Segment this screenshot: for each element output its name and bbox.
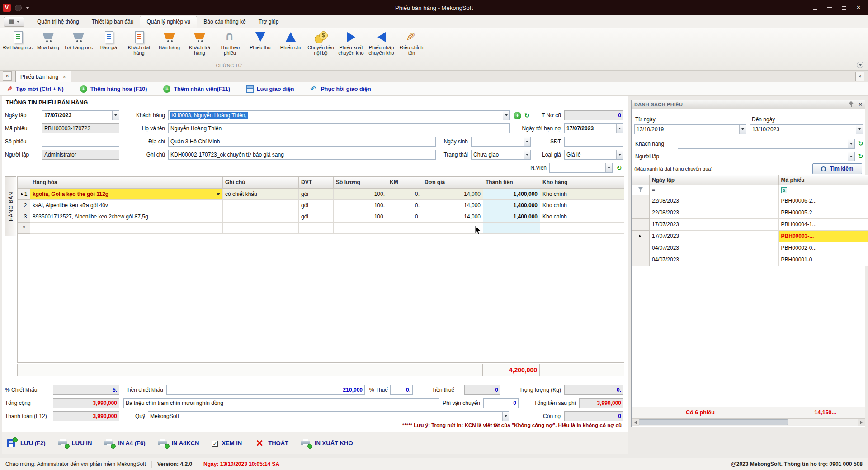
column-header[interactable]: Đơn giá	[422, 177, 483, 188]
ngay-lap-input[interactable]: 17/07/2023	[42, 110, 119, 120]
panel-refresh-customer-icon[interactable]	[857, 140, 864, 147]
ribbon-button[interactable]: Đặt hàng ncc	[3, 29, 33, 50]
item-price-cell[interactable]: 14,000	[422, 211, 483, 222]
invoice-date-cell[interactable]: 17/07/2023	[649, 230, 778, 242]
ribbon-collapse-button[interactable]	[857, 62, 863, 68]
dropdown-icon[interactable]	[524, 150, 530, 159]
item-price-cell[interactable]: 14,000	[422, 199, 483, 211]
invoice-code-cell[interactable]: PBH00003-...	[778, 230, 868, 242]
ribbon-tab[interactable]: Quản lý nghiệp vụ	[140, 16, 197, 28]
ribbon-tab[interactable]: Báo cáo thống kê	[197, 16, 252, 28]
dropdown-icon[interactable]	[112, 111, 119, 120]
invoice-row[interactable]: 17/07/2023 PBH00004-1... Nguyễn Hoàng Th…	[632, 218, 868, 230]
column-header[interactable]: Ghi chú	[223, 177, 299, 188]
panel-column-header[interactable]: Ngày lập	[649, 175, 778, 185]
invoice-row[interactable]: 17/07/2023 PBH00003-... Nguyễn Hoàng Thi…	[632, 230, 868, 242]
item-qty-cell[interactable]: 100.	[334, 211, 387, 222]
tong-tien-sau-phi-input[interactable]: 3,990,000	[579, 398, 623, 408]
dropdown-icon[interactable]	[848, 139, 854, 148]
loai-gia-input[interactable]: Giá lẻ	[564, 150, 623, 160]
new-product-cell[interactable]	[30, 222, 223, 233]
ribbon-tab[interactable]: Thiết lập ban đầu	[85, 16, 140, 28]
column-header[interactable]: Hàng hóa	[30, 177, 223, 188]
scroll-left-icon[interactable]	[632, 419, 639, 426]
fullscreen-button[interactable]	[808, 2, 822, 13]
tien-thue-input[interactable]: 0	[464, 385, 500, 395]
pin-icon[interactable]	[849, 101, 854, 108]
item-km-cell[interactable]: 0.	[387, 211, 422, 222]
ribbon-button[interactable]: Phiếu nhập chuyển kho	[366, 29, 396, 56]
new-qty-cell[interactable]	[334, 222, 387, 233]
footer-button[interactable]: IN A4 (F6)	[104, 439, 145, 448]
ngay-toi-han-input[interactable]: 17/07/2023	[564, 123, 623, 133]
ribbon-button[interactable]: Điều chỉnh tồn	[396, 29, 427, 56]
item-qty-cell[interactable]: 100.	[334, 199, 387, 211]
dropdown-icon[interactable]	[503, 111, 509, 120]
item-km-cell[interactable]: 0.	[387, 199, 422, 211]
app-menu-button[interactable]	[4, 17, 24, 27]
item-unit-cell[interactable]: gói	[299, 199, 334, 211]
item-amount-cell[interactable]: 1,400,000	[483, 188, 540, 199]
equals-icon[interactable]	[652, 187, 658, 193]
column-header[interactable]: ĐVT	[299, 177, 334, 188]
item-product-cell[interactable]: 8935001712527, Alpenlibe kẹo 2chew gói 8…	[30, 211, 223, 222]
invoice-code-cell[interactable]: PBH00006-2...	[778, 195, 868, 207]
invoice-date-cell[interactable]: 22/08/2023	[649, 207, 778, 218]
ribbon-button[interactable]: Chuyển tiền nội bộ	[306, 29, 336, 56]
item-amount-cell[interactable]: 1,400,000	[483, 199, 540, 211]
item-product-cell[interactable]: kgolia, Golia kẹo the gói 112g	[30, 188, 223, 199]
trong-luong-input[interactable]: 0.	[564, 385, 623, 395]
invoice-row[interactable]: 22/08/2023 PBH00006-2... Chị Hiền 50,000	[632, 195, 868, 207]
ribbon-tab[interactable]: Trợ giúp	[252, 16, 285, 28]
scrollbar-thumb[interactable]	[639, 419, 788, 425]
dropdown-icon[interactable]	[502, 412, 509, 421]
column-header[interactable]: Kho hàng	[540, 177, 624, 188]
side-tab-hang-ban[interactable]: HÀNG BÁN	[5, 176, 16, 236]
panel-column-header[interactable]: Mã phiếu	[778, 175, 868, 185]
panel-refresh-staff-icon[interactable]	[857, 152, 864, 160]
footer-button[interactable]: IN A4KCN	[158, 439, 199, 448]
dropdown-icon[interactable]	[616, 124, 623, 133]
ribbon-button[interactable]: Báo giá	[94, 29, 124, 50]
item-row[interactable]: 3 8935001712527, Alpenlibe kẹo 2chew gói…	[18, 211, 624, 222]
column-header[interactable]: Thành tiền	[483, 177, 540, 188]
funnel-icon[interactable]	[637, 186, 644, 193]
ribbon-button[interactable]: Khách trả hàng	[184, 29, 215, 56]
search-button[interactable]: Tìm kiếm	[812, 163, 862, 174]
item-warehouse-cell[interactable]: Kho chính	[540, 211, 624, 222]
invoice-code-cell[interactable]: PBH00005-2...	[778, 207, 868, 218]
close-document-button[interactable]	[855, 72, 864, 81]
item-qty-cell[interactable]: 100.	[334, 188, 387, 199]
ngay-sinh-input[interactable]	[471, 137, 531, 147]
dropdown-icon[interactable]	[605, 163, 612, 172]
tong-cong-input[interactable]: 3,990,000	[53, 398, 119, 408]
trang-thai-input[interactable]: Chưa giao	[471, 150, 531, 160]
add-customer-icon[interactable]	[514, 112, 521, 119]
titlebar-caret-icon[interactable]	[26, 7, 29, 9]
invoice-date-cell[interactable]: 22/08/2023	[649, 195, 778, 207]
scroll-right-icon[interactable]	[858, 419, 865, 426]
dropdown-icon[interactable]	[856, 125, 863, 134]
invoice-code-cell[interactable]: PBH00004-1...	[778, 218, 868, 230]
invoice-code-cell[interactable]: PBH00001-0...	[778, 254, 868, 266]
invoice-row[interactable]: 04/07/2023 PBH00001-0... Cô Loan 2,800,0…	[632, 254, 868, 266]
invoice-row[interactable]: 04/07/2023 PBH00002-0... Chị Hiền 650,00…	[632, 242, 868, 254]
column-header[interactable]: KM	[387, 177, 422, 188]
khach-hang-input[interactable]: KH0003, Nguyễn Hoàng Thiên,	[168, 110, 510, 120]
quy-input[interactable]: MekongSoft	[148, 411, 509, 421]
toolbar-action-button[interactable]: Tạo mới (Ctrl + N)	[5, 85, 64, 93]
minimize-button[interactable]	[823, 2, 836, 13]
new-note-cell[interactable]	[223, 222, 299, 233]
tab-phieu-ban-hang[interactable]: Phiếu bán hàng	[15, 71, 71, 82]
dropdown-icon[interactable]	[848, 152, 854, 161]
ribbon-button[interactable]: Phiếu thu	[245, 29, 275, 50]
dia-chi-input[interactable]: Quận 3 Hồ Chí Minh	[168, 137, 436, 147]
footer-button[interactable]: IN XUẤT KHO	[301, 439, 353, 448]
item-amount-cell[interactable]: 1,400,000	[483, 211, 540, 222]
item-product-cell[interactable]: ksAl, Alpenlibe kẹo sữa gói 40v	[30, 199, 223, 211]
footer-button[interactable]: LƯU (F2)	[7, 439, 46, 448]
dropdown-icon[interactable]	[739, 125, 746, 134]
item-warehouse-cell[interactable]: Kho chính	[540, 199, 624, 211]
new-item-row[interactable]: *	[18, 222, 624, 233]
toolbar-action-button[interactable]: Thêm hàng hóa (F10)	[80, 85, 147, 93]
